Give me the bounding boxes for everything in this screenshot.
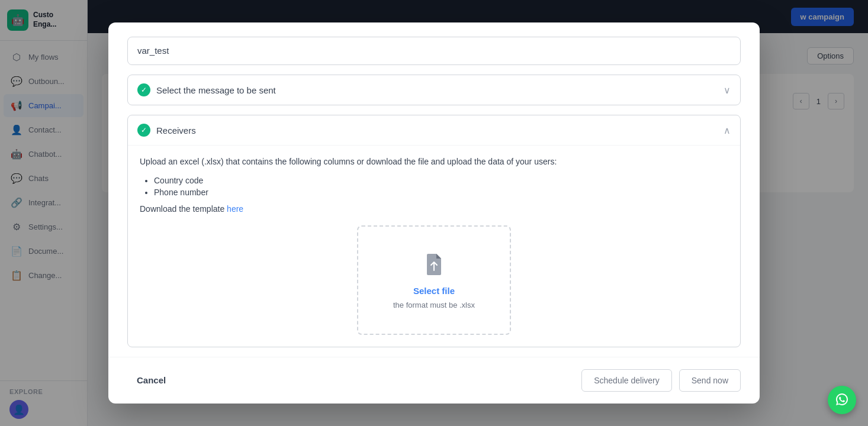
- send-now-button[interactable]: Send now: [679, 369, 741, 392]
- receivers-section: ✓ Receivers ∧ Upload an excel (.xlsx) th…: [127, 115, 741, 347]
- select-message-header[interactable]: ✓ Select the message to be sent ∨: [128, 75, 740, 105]
- download-text-label: Download the template: [140, 204, 227, 214]
- cancel-button[interactable]: Cancel: [127, 370, 175, 390]
- section-header-left: ✓ Select the message to be sent: [137, 83, 276, 96]
- campaign-name-field[interactable]: var_test: [127, 37, 741, 65]
- footer-right-buttons: Schedule delivery Send now: [581, 369, 741, 392]
- receivers-chevron-icon: ∧: [724, 125, 731, 136]
- whatsapp-fab-button[interactable]: [828, 386, 856, 414]
- receivers-header[interactable]: ✓ Receivers ∧: [128, 115, 740, 145]
- select-message-title: Select the message to be sent: [156, 85, 276, 95]
- bullet-phone-number: Phone number: [154, 188, 728, 197]
- select-file-link[interactable]: Select file: [370, 286, 498, 296]
- modal: var_test ✓ Select the message to be sent…: [108, 22, 760, 403]
- schedule-delivery-button[interactable]: Schedule delivery: [581, 369, 672, 392]
- receivers-body: Upload an excel (.xlsx) that contains th…: [128, 145, 740, 346]
- receivers-bullet-list: Country code Phone number: [140, 176, 728, 197]
- receivers-title: Receivers: [156, 125, 196, 135]
- modal-overlay: var_test ✓ Select the message to be sent…: [0, 0, 868, 426]
- modal-body: var_test ✓ Select the message to be sent…: [108, 22, 760, 347]
- select-message-chevron-icon: ∨: [724, 85, 731, 96]
- file-upload-area[interactable]: Select file the format must be .xlsx: [357, 225, 511, 335]
- receivers-description: Upload an excel (.xlsx) that contains th…: [140, 155, 728, 168]
- bullet-country-code: Country code: [154, 176, 728, 185]
- file-upload-icon: [420, 250, 448, 279]
- campaign-name-value: var_test: [137, 46, 169, 56]
- download-template-link[interactable]: here: [227, 204, 243, 214]
- modal-footer: Cancel Schedule delivery Send now: [108, 357, 760, 404]
- receivers-check-icon: ✓: [137, 124, 150, 137]
- receivers-header-left: ✓ Receivers: [137, 124, 196, 137]
- download-template-text: Download the template here: [140, 204, 728, 214]
- format-hint: the format must be .xlsx: [393, 301, 475, 309]
- select-message-check-icon: ✓: [137, 83, 150, 96]
- select-message-section: ✓ Select the message to be sent ∨: [127, 75, 741, 105]
